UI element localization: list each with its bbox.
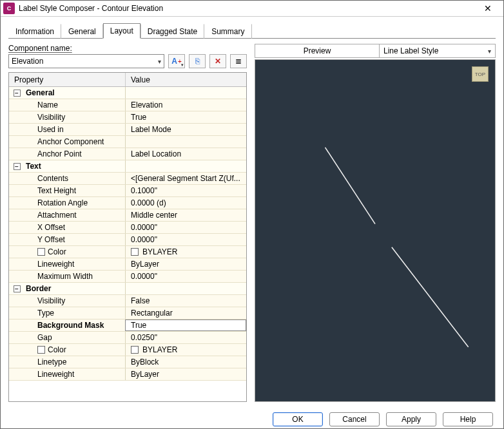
grid-row[interactable]: LinetypeByBlock [9,356,246,368]
property-value[interactable]: False [125,295,246,307]
property-grid: Property Value −GeneralNameElevationVisi… [8,72,247,402]
grid-row[interactable]: VisibilityFalse [9,295,246,307]
property-value[interactable]: Label Location [125,148,246,160]
collapse-icon[interactable]: − [14,285,21,292]
tab-layout[interactable]: Layout [103,23,141,39]
add-text-icon: A [171,57,177,66]
category-value [125,283,246,294]
property-value[interactable]: ByLayer [125,368,246,380]
close-button[interactable]: ✕ [475,1,501,16]
preview-style-value: Line Label Style [383,46,438,55]
property-label: Text Height [24,186,125,195]
category-value [125,160,246,172]
property-label: Background Mask [24,321,125,330]
grid-row[interactable]: VisibilityTrue [9,111,246,124]
right-panel: Preview Line Label Style ▾ TOP [255,44,496,402]
preview-viewport[interactable]: TOP [255,59,496,402]
property-value[interactable]: True [125,319,246,331]
grid-category[interactable]: −Border [9,283,246,295]
component-name-value: Elevation [12,57,43,66]
tab-summary[interactable]: Summary [204,24,251,39]
category-label: Border [24,284,125,293]
preview-label: Preview [255,44,380,58]
grid-row[interactable]: Anchor Component [9,136,246,148]
property-value[interactable]: 0.0000 (d) [125,197,246,209]
property-value[interactable]: ByBlock [125,356,246,368]
grid-row[interactable]: Used inLabel Mode [9,124,246,136]
property-value[interactable]: 0.0000" [125,234,246,245]
viewcube-top[interactable]: TOP [472,66,489,82]
grid-row[interactable]: Y Offset0.0000" [9,234,246,246]
collapse-icon[interactable]: − [14,90,21,97]
grid-row[interactable]: Color BYLAYER [9,246,246,258]
copy-component-button[interactable]: ⎘ [189,54,206,68]
grid-row[interactable]: Background MaskTrue [9,319,246,332]
grid-category[interactable]: −Text [9,160,246,173]
order-component-button[interactable]: ≣ [230,54,247,68]
grid-row[interactable]: Color BYLAYER [9,344,246,356]
chevron-down-icon: ▾ [158,58,161,65]
property-value[interactable]: 0.0000" [125,222,246,233]
grid-row[interactable]: LineweightByLayer [9,258,246,271]
delete-icon: ✕ [215,57,221,66]
delete-component-button[interactable]: ✕ [209,54,226,68]
grid-row[interactable]: NameElevation [9,99,246,111]
property-label: Anchor Component [24,137,125,146]
property-label: Y Offset [24,235,125,244]
property-label: Name [24,100,125,110]
chevron-down-icon: ▾ [181,62,184,68]
color-swatch[interactable] [131,248,139,256]
property-value[interactable]: True [125,111,246,123]
property-value[interactable] [125,136,246,148]
property-label: Anchor Point [24,149,125,158]
tab-general[interactable]: General [61,24,103,39]
tab-information[interactable]: Information [8,24,61,39]
collapse-icon[interactable]: − [14,163,21,170]
titlebar: C Label Style Composer - Contour Elevati… [1,1,503,17]
add-component-button[interactable]: A + ▾ [168,54,185,68]
grid-row[interactable]: Gap0.0250" [9,332,246,344]
grid-row[interactable]: Anchor PointLabel Location [9,148,246,160]
property-value[interactable]: BYLAYER [125,246,246,258]
property-value[interactable]: BYLAYER [125,344,246,356]
property-label: Type [24,309,125,318]
property-label: X Offset [24,223,125,232]
grid-row[interactable]: AttachmentMiddle center [9,209,246,222]
grid-row[interactable]: LineweightByLayer [9,368,246,381]
grid-row[interactable]: Text Height0.1000" [9,185,246,197]
cancel-button[interactable]: Cancel [329,412,380,426]
property-label: Lineweight [24,260,125,269]
tab-dragged-state[interactable]: Dragged State [141,24,204,39]
grid-body: −GeneralNameElevationVisibilityTrueUsed … [9,87,246,381]
grid-row[interactable]: Rotation Angle0.0000 (d) [9,197,246,209]
col-value: Value [125,73,246,86]
svg-line-1 [392,247,469,347]
grid-category[interactable]: −General [9,87,246,99]
property-value[interactable]: 0.0250" [125,332,246,343]
grid-row[interactable]: TypeRectangular [9,307,246,319]
property-value[interactable]: 0.1000" [125,185,246,196]
checkbox-icon[interactable] [37,248,45,256]
property-label: Rotation Angle [24,198,125,207]
property-value[interactable]: Rectangular [125,307,246,319]
component-name-combo[interactable]: Elevation ▾ [8,54,164,68]
property-label: Used in [24,125,125,134]
dialog-window: C Label Style Composer - Contour Elevati… [0,0,504,429]
app-icon: C [3,3,15,14]
ok-button[interactable]: OK [273,412,323,426]
apply-button[interactable]: Apply [386,412,436,426]
color-swatch[interactable] [131,346,139,354]
help-button[interactable]: Help [443,412,493,426]
property-value[interactable]: <[General Segment Start Z(Uf... [125,173,246,184]
property-value[interactable]: Label Mode [125,124,246,135]
checkbox-icon[interactable] [37,346,45,354]
preview-style-combo[interactable]: Line Label Style ▾ [380,44,496,58]
grid-row[interactable]: Maximum Width0.0000" [9,271,246,283]
property-value[interactable]: ByLayer [125,258,246,270]
window-title: Label Style Composer - Contour Elevation [19,4,475,13]
grid-row[interactable]: X Offset0.0000" [9,222,246,234]
grid-row[interactable]: Contents<[General Segment Start Z(Uf... [9,173,246,185]
property-value[interactable]: Elevation [125,99,246,111]
property-value[interactable]: 0.0000" [125,271,246,282]
property-value[interactable]: Middle center [125,209,246,221]
